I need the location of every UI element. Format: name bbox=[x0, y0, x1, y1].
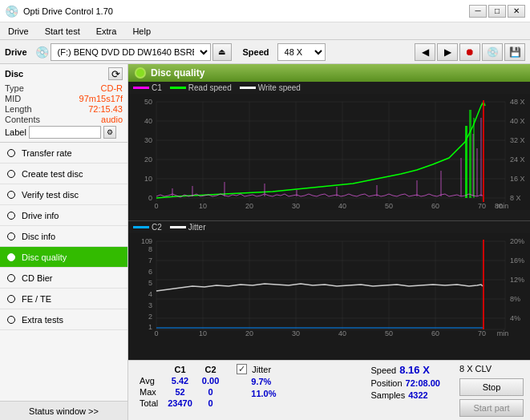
status-window-label: Status window >> bbox=[29, 406, 99, 416]
svg-text:30: 30 bbox=[144, 136, 152, 144]
jitter-checkbox[interactable]: ✓ bbox=[237, 364, 247, 374]
read-speed-legend-label: Read speed bbox=[188, 83, 232, 92]
svg-text:min: min bbox=[497, 329, 509, 337]
svg-text:50: 50 bbox=[144, 98, 152, 106]
titlebar-left: 💿 Opti Drive Control 1.70 bbox=[5, 5, 113, 18]
drive-select[interactable]: (F:) BENQ DVD DD DW1640 BSRB bbox=[51, 43, 211, 61]
svg-text:50: 50 bbox=[385, 329, 393, 337]
maximize-button[interactable]: □ bbox=[488, 5, 506, 18]
disc-mid-val: 97m15s17f bbox=[79, 94, 123, 103]
start-part-button[interactable]: Start part bbox=[459, 399, 524, 417]
sidebar-item-disc-info[interactable]: Disc info bbox=[0, 226, 127, 247]
disc-icon-button[interactable]: ⟳ bbox=[108, 67, 123, 80]
toolbar-btn-disc[interactable]: 💿 bbox=[482, 43, 503, 61]
toolbar-btn-record[interactable]: ⏺ bbox=[459, 43, 480, 61]
jitter-legend-label: Jitter bbox=[188, 223, 206, 232]
disc-label-button[interactable]: ⚙ bbox=[103, 126, 116, 139]
svg-text:min: min bbox=[497, 202, 509, 210]
bottom-chart-svg: 1 2 3 4 5 6 7 8 9 10 20% 16% 12% 8% 4% bbox=[128, 233, 530, 337]
menu-start-test[interactable]: Start test bbox=[40, 25, 85, 38]
sidebar-label-cd-bier: CD Bier bbox=[22, 273, 53, 283]
svg-text:0: 0 bbox=[154, 202, 158, 210]
minimize-button[interactable]: ─ bbox=[469, 5, 487, 18]
toolbar-icons: ◀ ▶ ⏺ 💿 💾 bbox=[415, 43, 525, 61]
fe-te-icon bbox=[5, 293, 18, 305]
content-area: Disc quality C1 Read speed bbox=[128, 64, 530, 420]
disc-length-val: 72:15.43 bbox=[88, 104, 123, 114]
max-label: Max bbox=[135, 386, 163, 398]
svg-text:70: 70 bbox=[478, 329, 486, 337]
titlebar: 💿 Opti Drive Control 1.70 ─ □ ✕ bbox=[0, 0, 530, 22]
sidebar-item-fe-te[interactable]: FE / TE bbox=[0, 289, 127, 309]
max-c2: 0 bbox=[197, 386, 224, 398]
c2-legend-label: C2 bbox=[152, 223, 162, 232]
menubar: Drive Start test Extra Help bbox=[0, 22, 530, 40]
svg-text:20: 20 bbox=[245, 329, 253, 337]
eject-button[interactable]: ⏏ bbox=[212, 43, 232, 61]
toolbar-btn-prev[interactable]: ◀ bbox=[415, 43, 435, 61]
sidebar-item-transfer-rate[interactable]: Transfer rate bbox=[0, 143, 127, 164]
svg-text:20: 20 bbox=[245, 202, 253, 210]
disc-label-input[interactable] bbox=[29, 126, 101, 139]
svg-rect-39 bbox=[469, 110, 471, 198]
disc-contents-row: Contents audio bbox=[5, 115, 123, 124]
sidebar-item-cd-bier[interactable]: CD Bier bbox=[0, 268, 127, 289]
speed-unit-value: 8 X CLV bbox=[459, 364, 492, 374]
menu-extra[interactable]: Extra bbox=[91, 25, 122, 38]
menu-help[interactable]: Help bbox=[127, 25, 156, 38]
drivebar: Drive 💿 (F:) BENQ DVD DD DW1640 BSRB ⏏ S… bbox=[0, 40, 530, 64]
create-test-disc-icon bbox=[5, 168, 18, 180]
svg-text:10: 10 bbox=[199, 329, 207, 337]
svg-text:10: 10 bbox=[141, 237, 149, 245]
disc-label-row: Label ⚙ bbox=[5, 126, 123, 139]
sidebar-item-drive-info[interactable]: Drive info bbox=[0, 205, 127, 226]
jitter-col-label: Jitter bbox=[252, 365, 271, 374]
disc-contents-key: Contents bbox=[5, 115, 40, 124]
top-chart-svg: 0 10 20 30 40 50 48 X 40 X 32 X 24 X 16 … bbox=[128, 94, 530, 210]
charts-area: C1 Read speed Write speed bbox=[128, 82, 530, 360]
svg-text:60: 60 bbox=[431, 202, 439, 210]
svg-text:8%: 8% bbox=[510, 295, 520, 303]
stats-max-row: Max 52 0 bbox=[135, 386, 224, 398]
samples-value: 4322 bbox=[408, 390, 427, 400]
stats-total-row: Total 23470 0 bbox=[135, 398, 224, 409]
read-speed-legend: Read speed bbox=[170, 83, 232, 92]
svg-text:8 X: 8 X bbox=[510, 194, 521, 202]
svg-text:6: 6 bbox=[148, 268, 152, 276]
sidebar-item-create-test-disc[interactable]: Create test disc bbox=[0, 164, 127, 184]
stop-button[interactable]: Stop bbox=[459, 378, 524, 396]
svg-text:7: 7 bbox=[148, 256, 152, 265]
position-value: 72:08.00 bbox=[406, 378, 440, 388]
sidebar-label-extra-tests: Extra tests bbox=[22, 315, 63, 325]
sidebar-item-extra-tests[interactable]: Extra tests bbox=[0, 309, 127, 330]
disc-info-icon bbox=[5, 230, 18, 243]
drive-info-icon bbox=[5, 209, 18, 222]
sidebar-item-verify-test-disc[interactable]: Verify test disc bbox=[0, 184, 127, 205]
col-c1: C1 bbox=[163, 364, 197, 375]
status-window-button[interactable]: Status window >> bbox=[0, 401, 127, 420]
sidebar-label-fe-te: FE / TE bbox=[22, 294, 51, 304]
sidebar-label-drive-info: Drive info bbox=[22, 211, 59, 220]
svg-text:0: 0 bbox=[148, 194, 152, 202]
sidebar-menu: Transfer rate Create test disc Verify te… bbox=[0, 143, 127, 401]
chart-title: Disc quality bbox=[151, 67, 204, 79]
c2-legend-color bbox=[133, 226, 149, 228]
toolbar-btn-save[interactable]: 💾 bbox=[504, 43, 525, 61]
svg-text:24 X: 24 X bbox=[510, 155, 525, 164]
svg-text:10: 10 bbox=[199, 202, 207, 210]
action-buttons: 8 X CLV Stop Start part bbox=[453, 364, 524, 417]
samples-row: Samples 4322 bbox=[370, 390, 440, 400]
menu-drive[interactable]: Drive bbox=[3, 25, 34, 38]
toolbar-btn-next[interactable]: ▶ bbox=[437, 43, 458, 61]
svg-text:40: 40 bbox=[338, 202, 346, 210]
extra-tests-icon bbox=[5, 313, 18, 326]
jitter-max-row: 11.0% bbox=[237, 389, 276, 398]
close-button[interactable]: ✕ bbox=[508, 5, 525, 18]
svg-text:50: 50 bbox=[385, 202, 393, 210]
disc-mid-row: MID 97m15s17f bbox=[5, 94, 123, 103]
disc-mid-key: MID bbox=[5, 94, 21, 103]
disc-quality-icon bbox=[5, 251, 18, 264]
speed-select[interactable]: 48 X bbox=[277, 43, 326, 61]
sidebar-item-disc-quality[interactable]: Disc quality bbox=[0, 247, 127, 268]
verify-test-disc-icon bbox=[5, 188, 18, 201]
